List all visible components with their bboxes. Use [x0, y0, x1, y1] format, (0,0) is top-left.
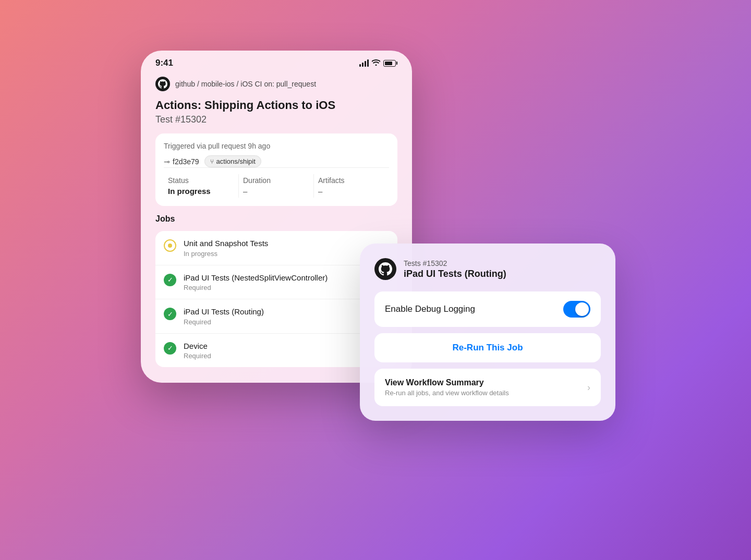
job-name: Device	[184, 341, 389, 351]
stat-duration-value: –	[243, 187, 309, 196]
trigger-card: Triggered via pull request 9h ago f2d3e7…	[155, 133, 397, 206]
detail-test-id: Tests #15302	[404, 259, 601, 267]
success-icon: ✓	[164, 274, 176, 286]
job-name: Unit and Snapshot Tests	[184, 238, 389, 249]
chevron-right-icon: ›	[587, 382, 590, 393]
workflow-summary-info: View Workflow Summary Re-run all jobs, a…	[385, 378, 587, 397]
signal-bars-icon	[359, 59, 369, 67]
scene: 9:41	[141, 51, 610, 509]
success-icon: ✓	[164, 308, 176, 320]
detail-title: iPad UI Tests (Routing)	[404, 269, 601, 279]
stat-status-label: Status	[168, 176, 234, 185]
status-time: 9:41	[155, 58, 173, 68]
toggle-row: Enable Debug Logging	[374, 291, 601, 327]
job-name: iPad UI Tests (Routing)	[184, 307, 389, 317]
detail-title-group: Tests #15302 iPad UI Tests (Routing)	[404, 259, 601, 279]
job-info: iPad UI Tests (Routing) Required	[184, 307, 389, 326]
branch-icon: ⑂	[210, 158, 214, 165]
trigger-badges: f2d3e79 ⑂ actions/shipit	[164, 155, 389, 167]
branch-name: actions/shipit	[216, 157, 256, 165]
rerun-job-button[interactable]: Re-Run This Job	[374, 333, 601, 362]
success-icon: ✓	[164, 342, 176, 355]
stat-status: Status In progress	[164, 174, 239, 198]
stat-artifacts-value: –	[318, 187, 385, 196]
job-sub: Required	[184, 284, 389, 291]
job-name: iPad UI Tests (NestedSplitViewController…	[184, 273, 389, 283]
stat-duration: Duration –	[239, 174, 314, 198]
toggle-label: Enable Debug Logging	[385, 304, 475, 314]
job-sub: In progress	[184, 250, 389, 258]
stats-row: Status In progress Duration – Artifacts …	[164, 167, 389, 198]
wifi-icon	[372, 59, 380, 67]
workflow-summary-sub: Re-run all jobs, and view workflow detai…	[385, 389, 587, 397]
jobs-title: Jobs	[155, 214, 397, 224]
job-info: Device Required	[184, 341, 389, 360]
status-bar: 9:41	[141, 51, 412, 72]
rerun-label: Re-Run This Job	[452, 343, 523, 352]
stat-status-value: In progress	[168, 187, 234, 196]
job-info: iPad UI Tests (NestedSplitViewController…	[184, 273, 389, 292]
workflow-summary-title: View Workflow Summary	[385, 378, 587, 387]
battery-icon	[383, 60, 397, 67]
in-progress-icon	[164, 239, 176, 252]
trigger-text: Triggered via pull request 9h ago	[164, 142, 389, 150]
toggle-knob	[575, 302, 589, 316]
detail-github-logo	[374, 258, 396, 280]
job-sub: Required	[184, 352, 389, 360]
workflow-summary-row[interactable]: View Workflow Summary Re-run all jobs, a…	[374, 369, 601, 406]
detail-header: Tests #15302 iPad UI Tests (Routing)	[374, 258, 601, 280]
job-sub: Required	[184, 318, 389, 326]
detail-card: Tests #15302 iPad UI Tests (Routing) Ena…	[360, 244, 615, 421]
branch-badge: ⑂ actions/shipit	[204, 155, 261, 167]
workflow-title: Actions: Shipping Actions to iOS	[155, 99, 397, 112]
stat-artifacts: Artifacts –	[314, 174, 389, 198]
stat-duration-label: Duration	[243, 176, 309, 185]
debug-logging-toggle[interactable]	[563, 301, 590, 318]
github-logo	[155, 77, 170, 91]
commit-badge: f2d3e79	[164, 157, 199, 166]
repo-path: github / mobile-ios / iOS CI on: pull_re…	[175, 80, 316, 88]
job-info: Unit and Snapshot Tests In progress	[184, 238, 389, 258]
test-number: Test #15302	[155, 114, 397, 125]
status-icons	[359, 59, 397, 67]
stat-artifacts-label: Artifacts	[318, 176, 385, 185]
repo-header: github / mobile-ios / iOS CI on: pull_re…	[155, 77, 397, 91]
